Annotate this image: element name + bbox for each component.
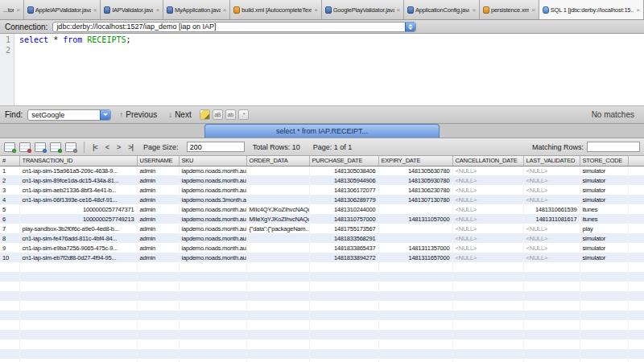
cell[interactable]: admin	[137, 253, 179, 262]
cell[interactable]: iapdemo.noads.month.auto	[179, 233, 246, 243]
cell[interactable]	[628, 233, 644, 243]
editor-tab[interactable]: ...tor×	[0, 0, 24, 19]
cell[interactable]: <NULL>	[523, 224, 580, 233]
cell[interactable]: <NULL>	[452, 214, 523, 224]
cell[interactable]: 1481310661539	[523, 204, 580, 214]
cell[interactable]: 1000000257749213	[19, 214, 137, 224]
cell[interactable]: <NULL>	[523, 233, 580, 243]
cell[interactable]: itunes	[580, 204, 628, 214]
cell[interactable]	[378, 224, 452, 233]
editor-tab[interactable]: MyApplication.java×	[163, 0, 230, 19]
editor-tab[interactable]: GooglePlayValidator.java×	[322, 0, 404, 19]
cell[interactable]: 4	[0, 195, 19, 204]
cell[interactable]: 1481306172077	[309, 185, 378, 195]
cell[interactable]: 1481305944906	[309, 175, 378, 185]
cell[interactable]	[246, 233, 309, 243]
cell[interactable]: 1481833568291	[309, 233, 378, 243]
cell[interactable]: <NULL>	[523, 166, 580, 175]
match-case-icon[interactable]: aB	[213, 109, 223, 120]
table-row[interactable]: 9cn1-iap-sim-e9ba7256-9065-475c-9...admi…	[0, 243, 644, 253]
delete-records-icon[interactable]	[19, 142, 31, 152]
highlight-results-icon[interactable]	[200, 109, 210, 120]
cell[interactable]: iapdemo.noads.month.auto	[179, 166, 246, 175]
editor-tab[interactable]: IAPValidator.java×	[101, 0, 163, 19]
cell[interactable]: iapdemo.noads.month.auto	[179, 175, 246, 185]
next-page-button[interactable]: >	[114, 143, 122, 151]
cell[interactable]: admin	[137, 233, 179, 243]
regex-icon[interactable]: .*	[238, 109, 249, 120]
cell[interactable]: 1481311357000	[378, 243, 452, 253]
column-header[interactable]: ORDER_DATA	[246, 156, 309, 166]
column-header[interactable]: SKU	[179, 156, 246, 166]
cell[interactable]: iapdemo.noads.month.auto	[179, 214, 246, 224]
cell[interactable]: 1481305630780	[378, 166, 452, 175]
cell[interactable]: 1481833865437	[309, 243, 378, 253]
editor-tab[interactable]: ApplicationConfig.java×	[404, 0, 480, 19]
cell[interactable]: simulator	[580, 195, 628, 204]
find-previous-button[interactable]: ↑ Previous	[116, 110, 160, 119]
column-header[interactable]: PURCHASE_DATE	[309, 156, 378, 166]
cell[interactable]: admin	[137, 204, 179, 214]
cell[interactable]: simulator	[580, 185, 628, 195]
cell[interactable]: <NULL>	[452, 204, 523, 214]
table-row[interactable]: 3cn1-iap-sim-aeb21336-8bf3-4e41-b...admi…	[0, 185, 644, 195]
combo-dropdown-icon[interactable]	[405, 23, 415, 31]
find-input[interactable]: setGoogle	[27, 109, 111, 121]
cell[interactable]: <NULL>	[523, 195, 580, 204]
cell[interactable]	[628, 224, 644, 233]
cell[interactable]: <NULL>	[452, 243, 523, 253]
cell[interactable]: simulator	[580, 175, 628, 185]
cell[interactable]: simulator	[580, 166, 628, 175]
cell[interactable]: 1481755173567	[309, 224, 378, 233]
cell[interactable]	[246, 243, 309, 253]
cell[interactable]: <NULL>	[452, 185, 523, 195]
cell[interactable]: 1481311081617	[523, 214, 580, 224]
editor-tab[interactable]: SQL 1 [jdbc:derby://localhost:15...]×	[539, 0, 644, 19]
connection-selector[interactable]: jdbc:derby://localhost:1527/iap_demo [ia…	[52, 22, 416, 32]
cell[interactable]	[628, 214, 644, 224]
cell[interactable]: admin	[137, 175, 179, 185]
cell[interactable]: admin	[137, 166, 179, 175]
sql-code-area[interactable]: select * from RECEIPTS;	[14, 34, 131, 105]
cell[interactable]: <NULL>	[523, 185, 580, 195]
cell[interactable]: 9	[0, 243, 19, 253]
cell[interactable]: 1481311657000	[378, 253, 452, 262]
cell[interactable]: MIIc4QYJKoZIhvcNAQc...	[246, 204, 309, 214]
result-tab[interactable]: select * from IAP.RECEIPT...	[204, 124, 440, 138]
cell[interactable]: simulator	[580, 243, 628, 253]
table-row[interactable]: 61000000257749213adminiapdemo.noads.mont…	[0, 214, 644, 224]
cell[interactable]: simulator	[580, 253, 628, 262]
cell[interactable]: <NULL>	[452, 253, 523, 262]
last-page-button[interactable]: >|	[126, 143, 135, 151]
cell[interactable]: <NULL>	[523, 253, 580, 262]
cell[interactable]: iapdemo.noads.month.auto	[179, 204, 246, 214]
column-header[interactable]: LAST_VALIDATED	[523, 156, 580, 166]
table-row[interactable]: 4cn1-iap-sim-06f1393e-ce16-48cf-91...adm…	[0, 195, 644, 204]
cell[interactable]: 10	[0, 253, 19, 262]
insert-record-icon[interactable]	[4, 142, 15, 152]
cell[interactable]: 2	[0, 175, 19, 185]
cell[interactable]: 8	[0, 233, 19, 243]
cell[interactable]: iapdemo.noads.month.auto	[179, 185, 246, 195]
editor-tab[interactable]: persistence.xml×	[480, 0, 539, 19]
cell[interactable]: 1	[0, 166, 19, 175]
cell[interactable]: 1481307130780	[378, 195, 452, 204]
cell[interactable]: 1000000257747371	[19, 204, 137, 214]
tab-close-icon[interactable]: ×	[472, 6, 475, 14]
cell[interactable]: itunes	[580, 214, 628, 224]
cell[interactable]: 1481305038406	[309, 166, 378, 175]
first-page-button[interactable]: |<	[90, 143, 100, 151]
table-row[interactable]: 7play-sandbox-3b2f0f6c-a9e0-4ed8-b...adm…	[0, 224, 644, 233]
cell[interactable]: MIIeXgYJKoZIhvcNAQc...	[246, 214, 309, 224]
table-row[interactable]: 2cn1-iap-sim-89fce1da-dc15-434a-81...adm…	[0, 175, 644, 185]
column-header[interactable]: STORE_CODE	[580, 156, 628, 166]
cell[interactable]: <NULL>	[523, 243, 580, 253]
cell[interactable]: cn1-iap-sim-fe476add-811c-4bf4-84...	[19, 233, 137, 243]
cell[interactable]: <NULL>	[452, 224, 523, 233]
cell[interactable]: 6	[0, 214, 19, 224]
cell[interactable]: 1481311057000	[378, 214, 452, 224]
cell[interactable]	[628, 166, 644, 175]
cell[interactable]	[628, 243, 644, 253]
refresh-icon[interactable]	[65, 142, 76, 152]
cell[interactable]: 1481310757000	[309, 214, 378, 224]
